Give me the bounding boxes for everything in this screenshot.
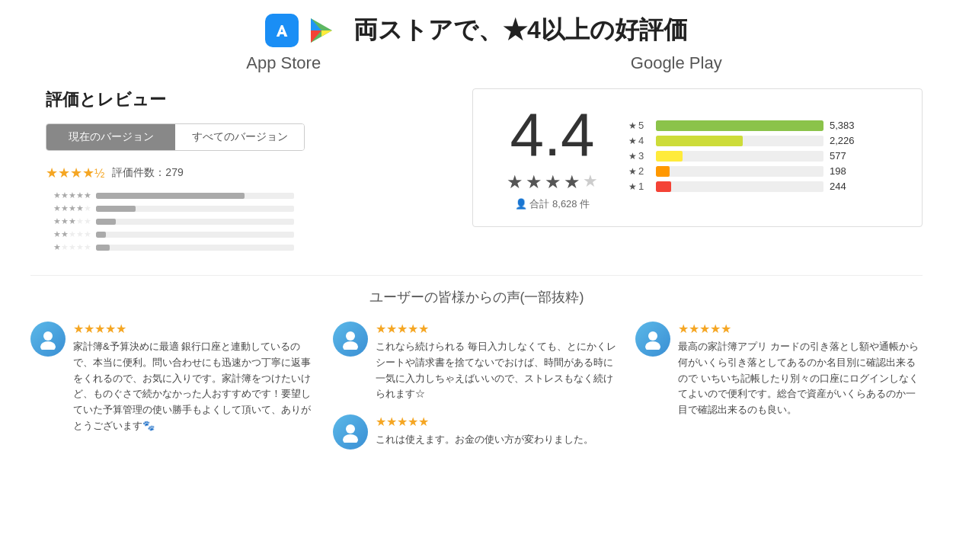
voice-stars-2: ★★★★★ (376, 322, 620, 336)
store-icons: A A (265, 14, 338, 47)
star-row-3: ★★★★★ (46, 216, 442, 226)
header-section: A A 両ストアで、★4以上の好評価 (0, 0, 953, 53)
svg-point-8 (43, 331, 53, 341)
rating-summary: ★★★★½ 評価件数：279 (46, 165, 442, 181)
voice-top-1: ★★★★★ 家計簿&予算決めに最適 銀行口座と連動しているので、本当に便利。問い… (30, 322, 318, 434)
gp-bar-container-5 (656, 120, 823, 131)
svg-point-10 (346, 331, 355, 341)
gp-total-label: 合計 8,628 件 (529, 198, 590, 210)
svg-point-11 (343, 341, 358, 350)
tab-current-version[interactable]: 現在のバージョン (46, 124, 175, 150)
voice-top-4: ★★★★★ これは使えます。お金の使い方が変わりました。 (333, 414, 620, 450)
appstore-section-label: App Store (246, 53, 321, 73)
star-row-5-bar-container (96, 193, 294, 199)
star-row-1-bar-container (96, 245, 294, 251)
gp-bar-row-1: ★ 1 244 (628, 181, 903, 192)
gp-bar-label-2: ★ 2 (628, 165, 650, 177)
star-row-1: ★★★★★ (46, 242, 442, 252)
gp-bar-row-3: ★ 3 577 (628, 150, 903, 162)
gp-star-icon-4: ★ (628, 136, 637, 146)
star-bars: ★★★★★ ★★★★★ ★★★★★ ★★★★★ (46, 190, 442, 252)
star-row-4-bar-container (96, 206, 294, 212)
svg-point-12 (346, 424, 355, 434)
star-row-4: ★★★★★ (46, 203, 442, 213)
svg-point-13 (343, 434, 358, 443)
tab-all-versions[interactable]: すべてのバージョン (175, 124, 304, 150)
voices-heading: ユーザーの皆様からの声(一部抜粋) (30, 288, 923, 306)
voice-avatar-2 (333, 322, 368, 357)
googleplay-icon (305, 14, 338, 47)
gp-stars: ★ ★ ★ ★ ★ (507, 171, 598, 193)
voice-right-1: ★★★★★ 家計簿&予算決めに最適 銀行口座と連動しているので、本当に便利。問い… (73, 322, 318, 434)
gp-star-5: ★ (583, 171, 598, 193)
rating-stars: ★★★★½ (46, 165, 104, 181)
svg-point-14 (648, 331, 657, 341)
gp-bar-fill-4 (656, 136, 743, 146)
rating-count: 評価件数：279 (112, 166, 183, 180)
gp-bar-count-3: 577 (830, 150, 860, 162)
star-row-1-label: ★★★★★ (46, 242, 91, 252)
voice-top-3: ★★★★★ 最高の家計簿アプリ カードの引き落とし額や通帳から何がいくら引き落と… (635, 322, 923, 418)
voice-avatar-3 (635, 322, 670, 357)
gp-bar-count-5: 5,383 (830, 120, 860, 131)
star-row-2: ★★★★★ (46, 229, 442, 239)
gp-bar-fill-3 (656, 151, 683, 162)
voice-avatar-1 (30, 322, 66, 357)
gp-big-score: 4.4 (510, 104, 594, 165)
appstore-icon: A A (265, 14, 299, 47)
googleplay-section: 4.4 ★ ★ ★ ★ ★ 👤 合計 8,628 件 ★ 5 (457, 81, 938, 263)
star-row-4-bar (96, 206, 136, 212)
voices-section: ユーザーの皆様からの声(一部抜粋) ★★★★★ 家計簿&予算決めに最適 銀行口座… (0, 276, 953, 465)
gp-star-icon-1: ★ (628, 181, 637, 192)
gp-bar-container-4 (656, 136, 823, 146)
gp-star-2: ★ (526, 171, 542, 193)
star-row-2-bar (96, 232, 106, 238)
voice-text-1: 家計簿&予算決めに最適 銀行口座と連動しているので、本当に便利。問い合わせにも迅… (73, 339, 318, 434)
gp-star-icon-5: ★ (628, 120, 637, 131)
voice-stars-4: ★★★★★ (376, 414, 593, 429)
gp-bar-fill-1 (656, 181, 671, 192)
voice-right-3: ★★★★★ 最高の家計簿アプリ カードの引き落とし額や通帳から何がいくら引き落と… (678, 322, 923, 418)
voices-grid: ★★★★★ 家計簿&予算決めに最適 銀行口座と連動しているので、本当に便利。問い… (30, 322, 923, 450)
gp-score-area: 4.4 ★ ★ ★ ★ ★ 👤 合計 8,628 件 (491, 104, 613, 211)
version-tabs: 現在のバージョン すべてのバージョン (46, 123, 305, 151)
gp-bar-label-5: ★ 5 (628, 120, 650, 131)
star-row-5-label: ★★★★★ (46, 190, 91, 200)
gp-bars-area: ★ 5 5,383 ★ 4 2,226 ★ 3 (628, 120, 903, 196)
voice-stars-1: ★★★★★ (73, 322, 318, 336)
gp-bar-count-4: 2,226 (830, 135, 860, 146)
gp-bar-label-3: ★ 3 (628, 150, 650, 162)
gp-bar-fill-5 (656, 120, 823, 131)
star-row-4-label: ★★★★★ (46, 203, 91, 213)
voice-card-2: ★★★★★ これなら続けられる 毎日入力しなくても、とにかくレシートや請求書を捨… (333, 322, 620, 402)
appstore-section: 評価とレビュー 現在のバージョン すべてのバージョン ★★★★½ 評価件数：27… (15, 81, 457, 263)
star-row-1-bar (96, 245, 110, 251)
gp-person-icon: 👤 (515, 198, 527, 210)
gp-bar-label-1: ★ 1 (628, 181, 650, 192)
star-row-5-bar (96, 193, 245, 199)
star-row-2-label: ★★★★★ (46, 229, 91, 239)
star-row-3-label: ★★★★★ (46, 216, 91, 226)
svg-marker-7 (321, 30, 332, 37)
gp-bar-row-4: ★ 4 2,226 (628, 135, 903, 146)
svg-text:A: A (277, 24, 287, 40)
voice-card-3: ★★★★★ 最高の家計簿アプリ カードの引き落とし額や通帳から何がいくら引き落と… (635, 322, 923, 450)
star-row-3-bar-container (96, 219, 294, 225)
googleplay-section-label: Google Play (631, 53, 722, 73)
gp-bar-row-2: ★ 2 198 (628, 165, 903, 177)
gp-total: 👤 合計 8,628 件 (515, 197, 590, 211)
star-row-5: ★★★★★ (46, 190, 442, 200)
gp-bar-fill-2 (656, 166, 670, 177)
voice-stars-3: ★★★★★ (678, 322, 923, 336)
voice-avatar-4 (333, 414, 368, 450)
header-title: 両ストアで、★4以上の好評価 (353, 14, 688, 47)
voice-top-2: ★★★★★ これなら続けられる 毎日入力しなくても、とにかくレシートや請求書を捨… (333, 322, 620, 402)
voice-card-1: ★★★★★ 家計簿&予算決めに最適 銀行口座と連動しているので、本当に便利。問い… (30, 322, 318, 450)
main-content: 評価とレビュー 現在のバージョン すべてのバージョン ★★★★½ 評価件数：27… (0, 81, 953, 263)
gp-star-icon-3: ★ (628, 151, 637, 162)
gp-bar-row-5: ★ 5 5,383 (628, 120, 903, 131)
star-row-3-bar (96, 219, 116, 225)
gp-bar-label-4: ★ 4 (628, 135, 650, 146)
gp-bar-container-3 (656, 151, 823, 162)
voice-right-4: ★★★★★ これは使えます。お金の使い方が変わりました。 (376, 414, 593, 448)
